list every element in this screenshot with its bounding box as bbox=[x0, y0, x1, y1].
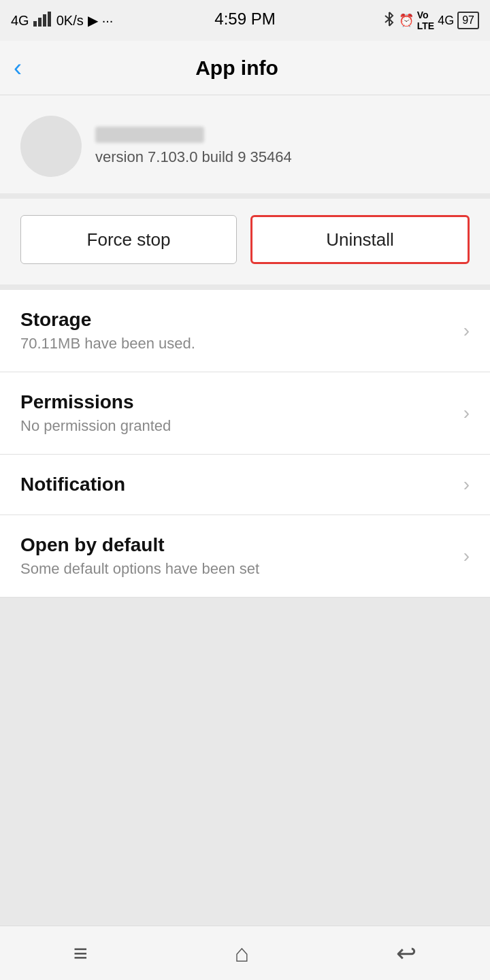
alarm-icon: ⏰ bbox=[399, 13, 414, 28]
storage-item[interactable]: Storage 70.11MB have been used. › bbox=[0, 290, 490, 372]
open-by-default-subtitle: Some default options have been set bbox=[20, 560, 259, 578]
action-buttons-section: Force stop Uninstall bbox=[0, 199, 490, 290]
uninstall-button[interactable]: Uninstall bbox=[250, 215, 470, 264]
signal-4g: 4G bbox=[11, 13, 29, 29]
permissions-title: Permissions bbox=[20, 391, 171, 413]
dots-icon: ··· bbox=[102, 13, 114, 29]
permissions-item[interactable]: Permissions No permission granted › bbox=[0, 372, 490, 455]
app-version: version 7.103.0 build 9 35464 bbox=[95, 148, 292, 166]
back-button[interactable]: ‹ bbox=[14, 54, 22, 82]
svg-rect-3 bbox=[48, 12, 51, 27]
storage-subtitle: 70.11MB have been used. bbox=[20, 335, 195, 353]
notification-item-left: Notification bbox=[20, 474, 125, 495]
menu-button[interactable]: ≡ bbox=[74, 939, 88, 968]
notification-item[interactable]: Notification › bbox=[0, 455, 490, 515]
storage-title: Storage bbox=[20, 309, 195, 331]
svg-rect-1 bbox=[38, 18, 42, 27]
back-nav-button[interactable]: ↩ bbox=[396, 939, 416, 968]
permissions-item-left: Permissions No permission granted bbox=[20, 391, 171, 435]
status-bar: 4G 0K/s ▶ ··· 4:59 PM ⏰ VoLTE 4G 97 bbox=[0, 0, 490, 41]
open-by-default-item[interactable]: Open by default Some default options hav… bbox=[0, 515, 490, 598]
battery-indicator: 97 bbox=[457, 12, 479, 29]
svg-rect-0 bbox=[33, 21, 37, 27]
app-info: version 7.103.0 build 9 35464 bbox=[95, 127, 292, 166]
storage-chevron-icon: › bbox=[463, 320, 470, 342]
signal-4g-right: 4G bbox=[438, 14, 454, 28]
app-name-blurred bbox=[95, 127, 204, 143]
signal-bars bbox=[33, 12, 52, 30]
cast-icon: ▶ bbox=[88, 12, 98, 29]
open-by-default-title: Open by default bbox=[20, 534, 259, 556]
status-right: ⏰ VoLTE 4G 97 bbox=[383, 10, 479, 31]
bluetooth-icon bbox=[383, 11, 395, 31]
home-button[interactable]: ⌂ bbox=[235, 939, 250, 968]
settings-list: Storage 70.11MB have been used. › Permis… bbox=[0, 290, 490, 598]
open-by-default-item-left: Open by default Some default options hav… bbox=[20, 534, 259, 578]
status-time: 4:59 PM bbox=[214, 10, 275, 29]
permissions-chevron-icon: › bbox=[463, 402, 470, 424]
volte-icon: VoLTE bbox=[417, 10, 434, 31]
page-title: App info bbox=[35, 56, 438, 80]
force-stop-button[interactable]: Force stop bbox=[20, 215, 237, 264]
nav-bar: ‹ App info bbox=[0, 41, 490, 95]
svg-rect-2 bbox=[43, 14, 46, 27]
app-icon bbox=[20, 116, 82, 177]
app-header: version 7.103.0 build 9 35464 bbox=[0, 95, 490, 199]
open-by-default-chevron-icon: › bbox=[463, 545, 470, 567]
data-speed: 0K/s bbox=[56, 13, 84, 29]
bottom-nav: ≡ ⌂ ↩ bbox=[0, 926, 490, 980]
status-left: 4G 0K/s ▶ ··· bbox=[11, 12, 113, 30]
notification-title: Notification bbox=[20, 474, 125, 495]
empty-area bbox=[0, 598, 490, 938]
notification-chevron-icon: › bbox=[463, 474, 470, 495]
permissions-subtitle: No permission granted bbox=[20, 417, 171, 435]
storage-item-left: Storage 70.11MB have been used. bbox=[20, 309, 195, 353]
